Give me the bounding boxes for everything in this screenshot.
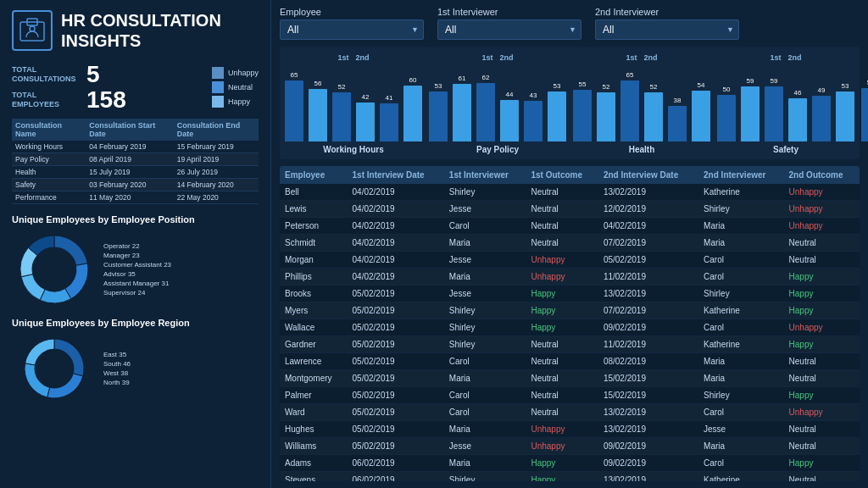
table-cell: Carol — [444, 218, 526, 235]
bar-rect — [812, 96, 831, 141]
table-cell: 05/02/2019 — [348, 404, 444, 421]
consultations-table: Consultation Name Consultation Start Dat… — [12, 119, 259, 204]
region-label: North 39 — [103, 379, 131, 386]
table-row: Pay Policy08 April 201919 April 2019 — [12, 153, 259, 166]
bar-value: 53 — [842, 82, 849, 90]
position-donut-chart — [12, 231, 97, 308]
table-cell: Unhappy — [784, 184, 860, 201]
table-cell: 15 February 2019 — [174, 141, 259, 153]
column-header: 2nd Outcome — [784, 166, 860, 184]
employee-select[interactable]: All — [280, 19, 424, 40]
bar-rect — [403, 86, 422, 141]
data-table-wrapper[interactable]: Employee1st Interview Date1st Interviewe… — [280, 166, 860, 481]
bar-value: 42 — [362, 93, 370, 101]
table-cell: Neutral — [526, 218, 598, 235]
interviewer1-select[interactable]: All — [437, 19, 581, 40]
chart-bars: 57 53 53 47 48 58 — [861, 65, 868, 141]
bar-value: 52 — [338, 83, 346, 91]
interviewer2-select-wrapper[interactable]: All — [595, 19, 739, 40]
table-cell: 05/02/2019 — [598, 252, 698, 269]
bar-rect — [836, 92, 854, 141]
table-cell: Shirley — [698, 201, 784, 218]
table-cell: Adams — [280, 455, 348, 472]
table-cell: Unhappy — [526, 438, 598, 455]
table-cell: Maria — [444, 421, 526, 438]
table-cell: Neutral — [784, 421, 860, 438]
table-cell: Happy — [526, 286, 598, 302]
legend-item: Unhappy — [212, 67, 259, 79]
table-cell: 08/02/2019 — [598, 353, 698, 370]
table-cell: Carol — [698, 252, 784, 269]
table-cell: Maria — [698, 218, 784, 235]
outcome-badge: Neutral — [789, 237, 816, 248]
table-cell: Carol — [698, 269, 784, 286]
col-end: Consultation End Date — [174, 119, 259, 141]
position-label: Assistant Manager 31 — [103, 280, 171, 287]
bar-col: 42 — [356, 93, 375, 141]
bar-value: 53 — [554, 82, 561, 90]
interviewer1-filter-group: 1st Interviewer All — [437, 7, 581, 40]
table-cell: Stevens — [280, 472, 348, 482]
table-cell: 05/02/2019 — [348, 370, 444, 387]
outcome-badge: Neutral — [789, 356, 816, 367]
table-cell: Happy — [526, 472, 598, 482]
table-cell: 13/02/2019 — [598, 404, 698, 421]
bar-col: 61 — [453, 75, 471, 141]
table-row: Performance11 May 202022 May 2020 — [12, 191, 259, 204]
chart-1st-label: 1st — [626, 53, 637, 62]
outcome-badge: Neutral — [531, 237, 558, 248]
outcome-badge: Neutral — [531, 407, 558, 418]
legend: UnhappyNeutralHappy — [212, 67, 259, 108]
table-cell: Happy — [784, 286, 860, 302]
table-cell: Pay Policy — [12, 153, 86, 166]
table-cell: Shirley — [444, 302, 526, 319]
table-cell: Maria — [698, 235, 784, 252]
table-cell: 09/02/2019 — [598, 438, 698, 455]
table-cell: Katherine — [698, 336, 784, 353]
table-row: Adams06/02/2019MariaHappy09/02/2019Carol… — [280, 455, 860, 472]
interviewer2-filter-label: 2nd Interviewer — [595, 7, 739, 17]
chart-bars: 50 59 59 46 49 53 — [717, 65, 854, 141]
employee-select-wrapper[interactable]: All — [280, 19, 424, 40]
sidebar-title: HR CONSULTATION INSIGHTS — [61, 10, 259, 51]
table-cell: Maria — [444, 370, 526, 387]
table-row: Hughes05/02/2019MariaUnhappy13/02/2019Je… — [280, 421, 860, 438]
table-cell: Jesse — [444, 252, 526, 269]
position-donut-section: Operator 22Manager 23Customer Assistant … — [12, 231, 259, 308]
outcome-badge: Neutral — [789, 474, 816, 481]
table-cell: Neutral — [526, 370, 598, 387]
bar-col: 46 — [788, 89, 807, 141]
bar-col: 43 — [524, 92, 542, 141]
bar-value: 62 — [482, 74, 490, 81]
table-cell: Brooks — [280, 286, 348, 302]
bar-value: 65 — [626, 71, 634, 79]
sidebar-header: HR CONSULTATION INSIGHTS — [12, 10, 259, 51]
bar-value: 44 — [506, 91, 514, 98]
interviewer1-filter-label: 1st Interviewer — [437, 7, 581, 17]
bar-rect — [285, 80, 303, 141]
table-cell: Carol — [698, 319, 784, 336]
table-cell: Happy — [784, 455, 860, 472]
table-cell: 04/02/2019 — [348, 269, 444, 286]
outcome-badge: Unhappy — [789, 407, 823, 418]
bar-col: 44 — [500, 91, 519, 141]
outcome-badge: Neutral — [789, 424, 816, 435]
table-row: Safety03 February 202014 February 2020 — [12, 179, 259, 191]
table-cell: Performance — [12, 191, 86, 204]
outcome-badge: Happy — [531, 305, 555, 316]
table-cell: Carol — [444, 387, 526, 404]
table-cell: 22 May 2020 — [174, 191, 259, 204]
table-cell: Unhappy — [526, 421, 598, 438]
outcome-badge: Happy — [789, 305, 814, 316]
chart-header: 1st2nd — [337, 53, 369, 62]
data-table: Employee1st Interview Date1st Interviewe… — [280, 166, 860, 481]
chart-label: Pay Policy — [476, 145, 519, 154]
chart-1st-label: 1st — [481, 53, 492, 62]
interviewer2-select[interactable]: All — [595, 19, 739, 40]
table-cell: Happy — [784, 302, 860, 319]
table-cell: 04/02/2019 — [348, 235, 444, 252]
interviewer1-select-wrapper[interactable]: All — [437, 19, 581, 40]
outcome-badge: Happy — [789, 390, 814, 401]
outcome-badge: Unhappy — [531, 441, 565, 452]
bar-value: 43 — [530, 92, 537, 99]
